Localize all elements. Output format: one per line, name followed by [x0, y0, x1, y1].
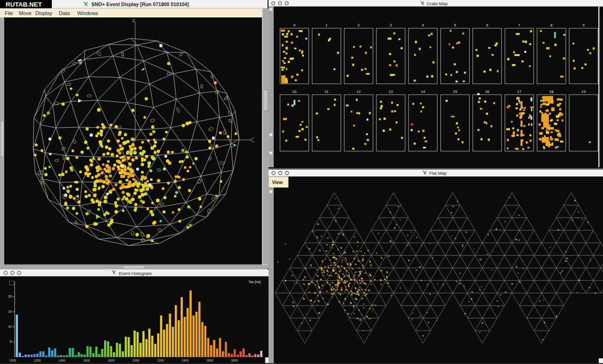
svg-text:17: 17: [517, 89, 522, 94]
svg-text:1200: 1200: [34, 359, 41, 362]
svg-text:SNO+ Event Display [Run 071800: SNO+ Event Display [Run 071800 010104]: [91, 1, 189, 7]
svg-text:Move: Move: [19, 10, 32, 16]
svg-text:2800: 2800: [231, 359, 238, 362]
svg-text:View: View: [272, 180, 283, 185]
svg-text:1000: 1000: [9, 359, 16, 362]
svg-text:6: 6: [486, 23, 489, 27]
svg-text:13: 13: [389, 89, 393, 94]
svg-text:Event Histogram: Event Histogram: [119, 271, 152, 276]
svg-text:15: 15: [453, 89, 457, 94]
svg-text:8: 8: [550, 23, 553, 27]
svg-text:12: 12: [357, 89, 361, 94]
svg-text:14: 14: [421, 89, 425, 94]
svg-text:2200: 2200: [157, 359, 164, 362]
svg-text:2: 2: [358, 23, 360, 27]
svg-text:Tac [ns]: Tac [ns]: [248, 280, 261, 284]
svg-text:20: 20: [8, 295, 12, 298]
svg-text:9: 9: [582, 23, 585, 27]
svg-text:5: 5: [454, 23, 456, 27]
svg-text:1: 1: [326, 23, 328, 27]
svg-text:10: 10: [292, 89, 296, 94]
svg-text:Z: Z: [132, 18, 135, 23]
svg-text:1800: 1800: [108, 359, 115, 362]
svg-text:18: 18: [549, 89, 554, 94]
svg-text:11: 11: [325, 89, 329, 94]
svg-text:10: 10: [8, 325, 12, 328]
svg-text:RUTAB.NET: RUTAB.NET: [6, 1, 42, 8]
svg-text:2600: 2600: [206, 359, 213, 362]
svg-text:1600: 1600: [83, 359, 90, 362]
svg-text:File: File: [5, 10, 13, 16]
svg-text:Flat Map: Flat Map: [429, 170, 447, 176]
svg-text:Crate Map: Crate Map: [427, 1, 448, 6]
svg-text:5: 5: [10, 340, 12, 343]
svg-text:15: 15: [8, 310, 12, 313]
svg-text:2400: 2400: [182, 359, 189, 362]
svg-text:7: 7: [518, 23, 521, 27]
svg-text:2000: 2000: [132, 359, 139, 362]
svg-text:16: 16: [485, 89, 489, 94]
svg-text:19: 19: [581, 89, 586, 94]
svg-text:3: 3: [390, 23, 392, 27]
svg-text:4: 4: [422, 23, 424, 27]
svg-text:Data: Data: [59, 10, 70, 16]
svg-text:Windows: Windows: [77, 10, 98, 16]
svg-text:0: 0: [293, 23, 296, 27]
svg-text:1400: 1400: [58, 359, 65, 362]
svg-text:Display: Display: [35, 10, 53, 16]
